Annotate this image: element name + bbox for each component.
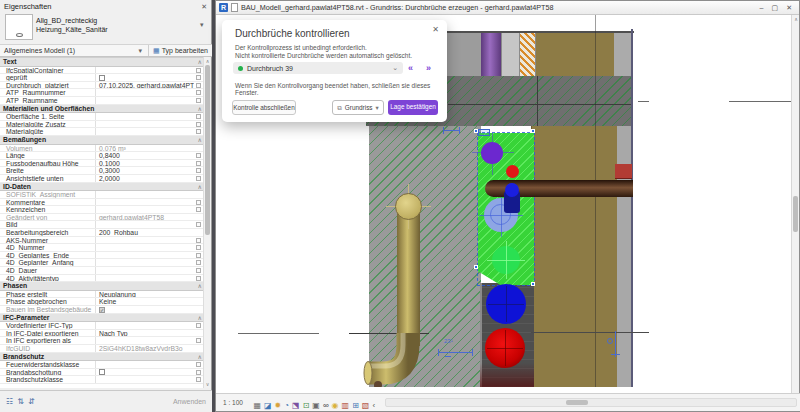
close-icon[interactable]: ✕ — [201, 0, 207, 13]
property-value[interactable] — [95, 121, 194, 128]
previous-opening-button[interactable]: « — [408, 62, 413, 74]
sort-groups-icon[interactable]: ⇵ — [28, 397, 35, 406]
sun-path-icon[interactable]: ✹ — [275, 401, 282, 410]
property-value[interactable] — [95, 275, 194, 282]
property-value[interactable] — [95, 206, 194, 213]
wall-layer-gray2[interactable] — [614, 33, 631, 76]
pipe-section-purple[interactable] — [481, 142, 503, 164]
associate-parameter-button[interactable] — [196, 129, 201, 134]
type-selector[interactable]: Allg_BD_rechteckig Heizung_Kälte_Sanitär… — [0, 13, 212, 43]
panel-scrollbar[interactable]: ∧ ∨ — [203, 57, 210, 388]
constraints-icon[interactable]: ▧ — [362, 401, 370, 410]
dimension-flag[interactable] — [478, 129, 490, 136]
rendering-icon[interactable]: ⬔ — [292, 401, 300, 410]
opening-dropdown[interactable]: Durchbruch 39 ⌄ — [233, 62, 403, 74]
associate-parameter-button[interactable] — [196, 362, 201, 367]
collapse-icon[interactable]: ∧ — [198, 282, 202, 290]
temporary-hide-icon[interactable]: ∞ — [323, 401, 329, 410]
pipe-section-red-small[interactable] — [506, 165, 519, 178]
close-icon[interactable]: ✕ — [432, 25, 439, 34]
associate-parameter-button[interactable] — [196, 200, 201, 205]
associate-parameter-button[interactable] — [196, 68, 201, 73]
scroll-up-icon[interactable]: ∧ — [792, 16, 800, 22]
sort-ascending-icon[interactable]: ⇅ — [17, 397, 24, 406]
red-fitting[interactable] — [615, 164, 632, 179]
property-value[interactable] — [95, 113, 194, 120]
wall-layer-tan-top[interactable] — [536, 33, 614, 76]
view-mode-button[interactable]: ⧉ Grundriss ▾ — [332, 100, 384, 115]
associate-parameter-button[interactable] — [196, 114, 201, 119]
detail-level-icon[interactable]: ▦ — [253, 401, 261, 410]
category-select[interactable]: Allgemeines Modell (1) — [0, 45, 139, 56]
reveal-hidden-icon[interactable]: ◉ — [332, 401, 339, 410]
pipe-flange[interactable] — [395, 193, 422, 220]
crop-view-icon[interactable]: ⊡ — [303, 401, 310, 410]
associate-parameter-button[interactable] — [196, 276, 201, 281]
property-value[interactable] — [95, 199, 194, 206]
close-button[interactable]: ✕ — [786, 4, 792, 12]
property-value[interactable]: 0,1000 — [95, 160, 194, 167]
associate-parameter-button[interactable] — [196, 323, 201, 328]
properties-filter-icon[interactable]: ☷ — [6, 397, 13, 406]
section-header[interactable]: Text∧ — [0, 58, 205, 67]
checkbox[interactable] — [99, 75, 105, 81]
property-value[interactable] — [95, 74, 194, 81]
property-value[interactable]: 0,3000 — [95, 167, 194, 174]
wall-tan-right[interactable] — [531, 126, 617, 387]
associate-parameter-button[interactable] — [196, 253, 201, 258]
confirm-location-button[interactable]: Lage bestätigen — [388, 100, 438, 115]
scroll-thumb[interactable] — [205, 65, 210, 235]
checkbox[interactable]: ✓ — [99, 307, 105, 313]
property-value[interactable] — [95, 244, 194, 251]
scroll-up-icon[interactable]: ∧ — [204, 58, 211, 64]
property-value[interactable]: 0,8400 — [95, 152, 194, 159]
associate-parameter-button[interactable] — [196, 75, 201, 80]
associate-parameter-button[interactable] — [196, 83, 201, 88]
selection-grip[interactable] — [474, 265, 478, 269]
property-value[interactable] — [95, 97, 194, 104]
finish-control-button[interactable]: Kontrolle abschließen — [232, 100, 296, 115]
property-value[interactable] — [95, 322, 194, 329]
associate-parameter-button[interactable] — [196, 122, 201, 127]
checkbox[interactable] — [99, 369, 105, 375]
shadows-icon[interactable]: ◔ — [284, 401, 289, 410]
associate-parameter-button[interactable] — [196, 207, 201, 212]
next-opening-button[interactable]: » — [426, 62, 431, 74]
associate-parameter-button[interactable] — [196, 260, 201, 265]
show-crop-icon[interactable]: ▣ — [312, 401, 320, 410]
property-value[interactable]: Nach Typ — [95, 330, 194, 337]
collapse-icon[interactable]: ∧ — [198, 136, 202, 144]
collapse-icon[interactable]: ∧ — [198, 314, 202, 322]
property-value[interactable] — [95, 252, 194, 259]
property-value[interactable]: 200_Rohbau — [95, 229, 194, 236]
section-header[interactable]: IFC-Parameter∧ — [0, 314, 205, 323]
property-value[interactable] — [95, 337, 194, 344]
property-value[interactable] — [95, 89, 194, 96]
section-header[interactable]: Bemaßungen∧ — [0, 136, 205, 145]
visual-style-icon[interactable]: ◪ — [264, 401, 272, 410]
minimize-button[interactable]: – — [760, 4, 764, 12]
collapse-icon[interactable]: ∧ — [198, 353, 202, 361]
selection-grip[interactable] — [531, 282, 535, 286]
maximize-button[interactable]: ▢ — [772, 4, 779, 12]
section-header[interactable]: Phasen∧ — [0, 282, 205, 291]
scroll-down-icon[interactable]: ∨ — [204, 381, 211, 387]
associate-parameter-button[interactable] — [196, 238, 201, 243]
property-value[interactable] — [95, 67, 194, 74]
associate-parameter-button[interactable] — [196, 268, 201, 273]
pipe-elbow[interactable] — [361, 333, 423, 387]
property-value[interactable] — [95, 267, 194, 274]
wall-layer-purple[interactable] — [481, 33, 501, 76]
property-value[interactable] — [95, 221, 194, 228]
scroll-thumb[interactable] — [566, 400, 588, 405]
collapse-icon[interactable]: ∧ — [198, 58, 202, 66]
property-value[interactable] — [95, 259, 194, 266]
collapse-icon[interactable]: ∧ — [198, 105, 202, 113]
associate-parameter-button[interactable] — [196, 370, 201, 375]
property-value[interactable]: 07.10.2025, gerhard.pawlat4PT58 — [95, 82, 194, 89]
associate-parameter-button[interactable] — [196, 245, 201, 250]
associate-parameter-button[interactable] — [196, 176, 201, 181]
associate-parameter-button[interactable] — [196, 90, 201, 95]
temporary-view-icon[interactable]: ▥ — [342, 401, 350, 410]
property-value[interactable]: Neuplanung — [95, 291, 194, 298]
